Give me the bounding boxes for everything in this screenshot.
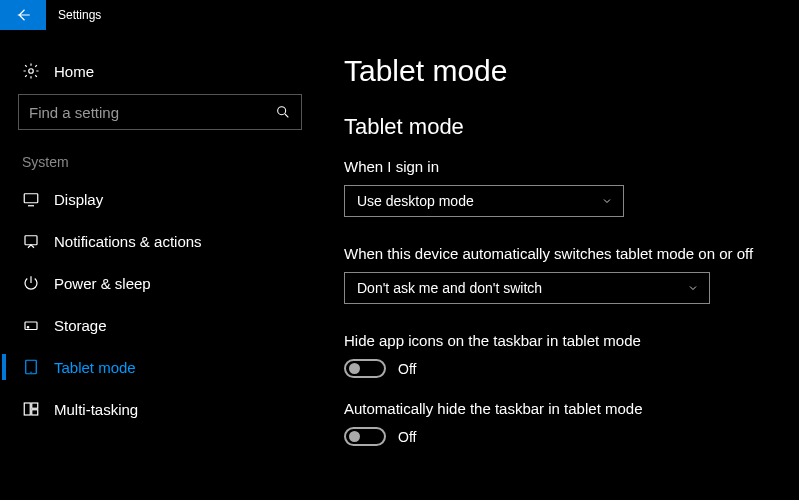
notifications-icon [22, 232, 40, 250]
toggle-knob [349, 363, 360, 374]
page-title: Tablet mode [344, 54, 781, 88]
hide-taskbar-state: Off [398, 429, 416, 445]
nav-label: Multi-tasking [54, 401, 138, 418]
nav-label: Tablet mode [54, 359, 136, 376]
category-label: System [18, 154, 302, 178]
arrow-left-icon [14, 6, 32, 24]
chevron-down-icon [687, 282, 699, 294]
multitasking-icon [22, 400, 40, 418]
nav-item-notifications[interactable]: Notifications & actions [0, 220, 320, 262]
autoswitch-label: When this device automatically switches … [344, 245, 781, 262]
gear-icon [22, 62, 40, 80]
search-icon [275, 104, 291, 120]
signin-dropdown[interactable]: Use desktop mode [344, 185, 624, 217]
svg-rect-4 [25, 322, 37, 330]
hide-icons-state: Off [398, 361, 416, 377]
signin-value: Use desktop mode [357, 193, 474, 209]
svg-point-5 [27, 327, 29, 329]
signin-label: When I sign in [344, 158, 781, 175]
back-button[interactable] [0, 0, 46, 30]
nav-label: Display [54, 191, 103, 208]
nav-item-display[interactable]: Display [0, 178, 320, 220]
nav-label: Storage [54, 317, 107, 334]
svg-rect-9 [32, 410, 38, 415]
nav-label: Power & sleep [54, 275, 151, 292]
home-label: Home [54, 63, 94, 80]
hide-taskbar-toggle[interactable] [344, 427, 386, 446]
search-input[interactable] [29, 104, 275, 121]
search-box[interactable] [18, 94, 302, 130]
svg-point-0 [29, 69, 34, 74]
display-icon [22, 190, 40, 208]
title-bar: Settings [0, 0, 799, 30]
chevron-down-icon [601, 195, 613, 207]
toggle-knob [349, 431, 360, 442]
svg-point-1 [278, 107, 286, 115]
sidebar: Home System Display Notifications & acti… [0, 30, 320, 468]
nav-list: Display Notifications & actions Power & … [0, 178, 320, 430]
main-panel: Tablet mode Tablet mode When I sign in U… [320, 30, 799, 468]
svg-rect-2 [24, 194, 38, 203]
svg-rect-3 [25, 236, 37, 245]
hide-icons-label: Hide app icons on the taskbar in tablet … [344, 332, 781, 349]
nav-item-storage[interactable]: Storage [0, 304, 320, 346]
power-icon [22, 274, 40, 292]
nav-item-power[interactable]: Power & sleep [0, 262, 320, 304]
autoswitch-value: Don't ask me and don't switch [357, 280, 542, 296]
storage-icon [22, 316, 40, 334]
hide-taskbar-label: Automatically hide the taskbar in tablet… [344, 400, 781, 417]
nav-item-tablet-mode[interactable]: Tablet mode [0, 346, 320, 388]
section-title: Tablet mode [344, 114, 781, 140]
home-link[interactable]: Home [18, 54, 302, 94]
nav-label: Notifications & actions [54, 233, 202, 250]
nav-item-multitasking[interactable]: Multi-tasking [0, 388, 320, 430]
app-title: Settings [46, 0, 101, 30]
svg-rect-7 [24, 403, 30, 415]
hide-icons-toggle[interactable] [344, 359, 386, 378]
autoswitch-dropdown[interactable]: Don't ask me and don't switch [344, 272, 710, 304]
tablet-icon [22, 358, 40, 376]
svg-rect-8 [32, 403, 38, 408]
